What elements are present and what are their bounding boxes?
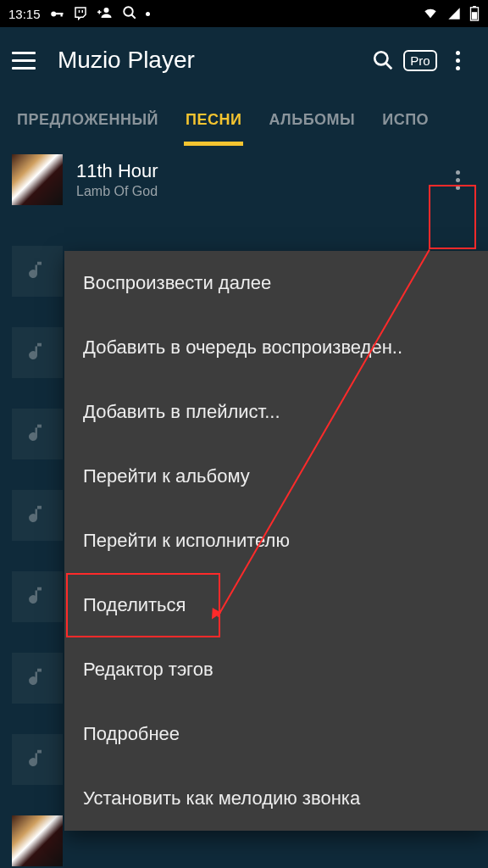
svg-point-3 bbox=[103, 8, 108, 13]
song-context-menu: Воспроизвести далее Добавить в очередь в… bbox=[64, 251, 488, 831]
kebab-icon bbox=[456, 170, 460, 190]
menu-tag-editor[interactable]: Редактор тэгов bbox=[64, 637, 488, 702]
music-note-icon bbox=[12, 653, 63, 704]
tab-albums[interactable]: АЛЬБОМЫ bbox=[255, 93, 369, 146]
svg-rect-6 bbox=[473, 6, 476, 8]
app-toolbar: Muzio Player Pro bbox=[0, 27, 488, 93]
menu-add-to-playlist[interactable]: Добавить в плейлист... bbox=[64, 380, 488, 444]
tab-bar: ПРЕДЛОЖЕННЫЙ ПЕСНИ АЛЬБОМЫ ИСПО bbox=[0, 93, 488, 146]
menu-set-ringtone[interactable]: Установить как мелодию звонка bbox=[64, 766, 488, 831]
wifi-icon bbox=[422, 7, 439, 20]
music-note-icon bbox=[12, 734, 63, 785]
svg-point-4 bbox=[124, 7, 133, 16]
tab-suggested[interactable]: ПРЕДЛОЖЕННЫЙ bbox=[3, 93, 172, 146]
music-note-icon bbox=[12, 246, 63, 297]
status-time: 13:15 bbox=[8, 7, 41, 21]
svg-rect-7 bbox=[472, 12, 477, 19]
menu-share[interactable]: Поделиться bbox=[64, 573, 488, 637]
twitch-icon bbox=[73, 5, 88, 23]
menu-play-next[interactable]: Воспроизвести далее bbox=[64, 251, 488, 315]
key-icon bbox=[49, 5, 64, 23]
person-add-icon bbox=[97, 5, 114, 23]
battery-icon bbox=[469, 6, 480, 21]
song-row[interactable]: 11th Hour Lamb Of God bbox=[0, 146, 488, 214]
song-overflow-button[interactable] bbox=[439, 161, 476, 198]
song-title: 11th Hour bbox=[76, 160, 439, 182]
menu-details[interactable]: Подробнее bbox=[64, 702, 488, 766]
menu-button[interactable] bbox=[12, 47, 39, 74]
svg-rect-2 bbox=[60, 13, 62, 17]
music-note-icon bbox=[12, 490, 63, 541]
search-button[interactable] bbox=[364, 42, 402, 79]
app-title: Muzio Player bbox=[58, 47, 364, 74]
dot-icon bbox=[146, 12, 150, 16]
search-small-icon bbox=[122, 5, 137, 23]
menu-go-to-artist[interactable]: Перейти к исполнителю bbox=[64, 509, 488, 573]
tab-songs[interactable]: ПЕСНИ bbox=[172, 93, 255, 146]
song-artist: Lamb Of God bbox=[76, 184, 439, 199]
album-art bbox=[12, 815, 63, 866]
menu-add-to-queue[interactable]: Добавить в очередь воспроизведен.. bbox=[64, 315, 488, 380]
music-note-icon bbox=[12, 571, 63, 622]
kebab-icon bbox=[456, 51, 460, 70]
music-note-icon bbox=[12, 409, 63, 459]
song-info: 11th Hour Lamb Of God bbox=[76, 160, 439, 199]
music-note-icon bbox=[12, 327, 63, 378]
menu-go-to-album[interactable]: Перейти к альбому bbox=[64, 444, 488, 509]
pro-badge-label: Pro bbox=[403, 50, 436, 71]
overflow-button[interactable] bbox=[439, 42, 476, 79]
status-right-group bbox=[422, 6, 480, 21]
status-left-group: 13:15 bbox=[8, 5, 150, 23]
svg-point-0 bbox=[51, 11, 56, 16]
song-list-icons bbox=[12, 246, 68, 868]
signal-icon bbox=[447, 7, 461, 20]
status-bar: 13:15 bbox=[0, 0, 488, 27]
album-art bbox=[12, 154, 63, 205]
pro-button[interactable]: Pro bbox=[402, 42, 439, 79]
tab-artists[interactable]: ИСПО bbox=[369, 93, 442, 146]
svg-point-8 bbox=[374, 52, 387, 64]
